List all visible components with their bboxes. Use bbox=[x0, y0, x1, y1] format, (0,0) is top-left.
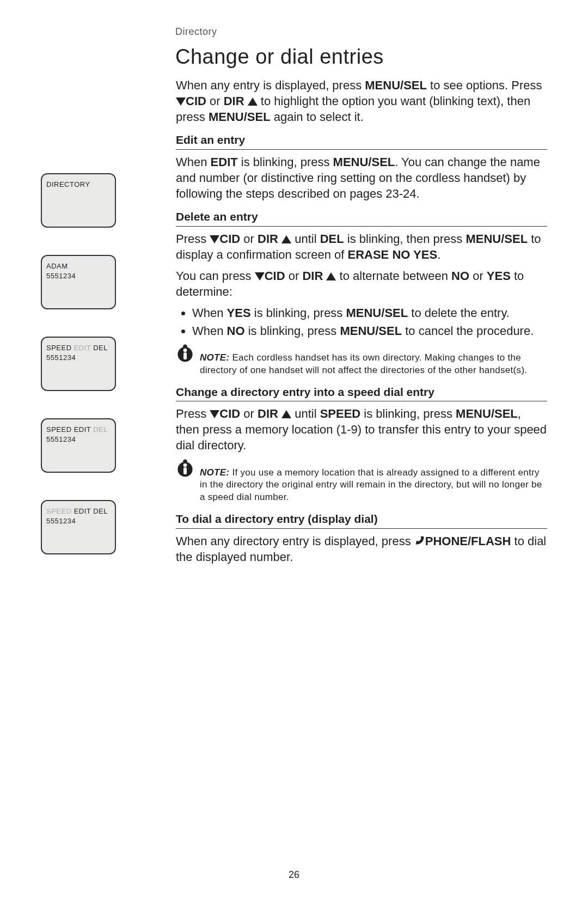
lcd-word-dim: EDIT bbox=[74, 344, 91, 352]
section-heading-edit: Edit an entry bbox=[176, 132, 547, 150]
lcd-speed-edit-del-1: SPEED EDIT DEL 5551234 bbox=[41, 337, 116, 391]
page-number: 26 bbox=[0, 869, 588, 881]
intro-paragraph: When any entry is displayed, press MENU/… bbox=[176, 77, 547, 125]
svg-rect-7 bbox=[183, 467, 187, 474]
lcd-word: SPEED bbox=[46, 344, 72, 352]
lcd-word-dim: SPEED bbox=[46, 507, 72, 515]
lcd-word: DEL bbox=[93, 344, 108, 352]
svg-rect-3 bbox=[183, 352, 187, 359]
lcd-line: 5551234 bbox=[46, 353, 111, 363]
lcd-word: EDIT bbox=[74, 507, 91, 515]
list-item: When YES is blinking, press MENU/SEL to … bbox=[192, 305, 547, 321]
lcd-adam: ADAM 5551234 bbox=[41, 255, 116, 309]
triangle-up-icon bbox=[326, 272, 336, 280]
triangle-down-icon bbox=[176, 97, 186, 106]
page-title: Change or dial entries bbox=[175, 45, 547, 69]
lcd-word: SPEED bbox=[46, 425, 72, 434]
triangle-down-icon bbox=[255, 272, 265, 280]
lcd-line: SPEED EDIT DEL bbox=[46, 507, 111, 516]
breadcrumb: Directory bbox=[175, 26, 547, 38]
note-text: NOTE: If you use a memory location that … bbox=[200, 459, 547, 504]
note-text: NOTE: Each cordless handset has its own … bbox=[200, 344, 547, 377]
edit-paragraph: When EDIT is blinking, press MENU/SEL. Y… bbox=[176, 154, 547, 202]
delete-paragraph-1: Press CID or DIR until DEL is blinking, … bbox=[176, 231, 547, 263]
lcd-word: DEL bbox=[93, 507, 108, 515]
delete-paragraph-2: You can press CID or DIR to alternate be… bbox=[176, 268, 547, 300]
sidebar: DIRECTORY ADAM 5551234 SPEED EDIT DEL 55… bbox=[41, 77, 161, 582]
lcd-speed-edit-del-3: SPEED EDIT DEL 5551234 bbox=[41, 500, 116, 554]
lcd-line: 5551234 bbox=[46, 516, 111, 526]
lcd-line: 5551234 bbox=[46, 435, 111, 444]
dial-paragraph: When any directory entry is displayed, p… bbox=[176, 533, 547, 565]
lcd-speed-edit-del-2: SPEED EDIT DEL 5551234 bbox=[41, 418, 116, 473]
lcd-word-dim: DEL bbox=[93, 425, 108, 434]
triangle-up-icon bbox=[248, 97, 258, 106]
list-item: When NO is blinking, press MENU/SEL to c… bbox=[192, 323, 547, 339]
main-content: When any entry is displayed, press MENU/… bbox=[176, 77, 547, 582]
info-icon bbox=[176, 344, 194, 363]
section-heading-speed: Change a directory entry into a speed di… bbox=[176, 385, 547, 402]
lcd-directory: DIRECTORY bbox=[41, 173, 116, 228]
svg-point-1 bbox=[183, 348, 187, 352]
lcd-line: 5551234 bbox=[46, 271, 111, 281]
lcd-line: SPEED EDIT DEL bbox=[46, 425, 111, 435]
svg-point-6 bbox=[183, 459, 187, 463]
lcd-line: ADAM bbox=[46, 261, 111, 271]
section-heading-dial: To dial a directory entry (display dial) bbox=[176, 511, 547, 529]
info-icon bbox=[176, 459, 194, 478]
lcd-line: SPEED EDIT DEL bbox=[46, 343, 111, 353]
lcd-word: EDIT bbox=[74, 425, 91, 434]
delete-list: When YES is blinking, press MENU/SEL to … bbox=[192, 305, 547, 339]
note-2: NOTE: If you use a memory location that … bbox=[176, 459, 547, 504]
note-1: NOTE: Each cordless handset has its own … bbox=[176, 344, 547, 377]
triangle-down-icon bbox=[210, 410, 219, 418]
lcd-line: DIRECTORY bbox=[46, 180, 111, 190]
speed-paragraph: Press CID or DIR until SPEED is blinking… bbox=[176, 406, 547, 453]
svg-point-5 bbox=[183, 463, 187, 467]
svg-point-2 bbox=[183, 344, 187, 349]
triangle-down-icon bbox=[210, 235, 219, 243]
triangle-up-icon bbox=[281, 410, 291, 418]
section-heading-delete: Delete an entry bbox=[176, 209, 547, 227]
triangle-up-icon bbox=[281, 235, 291, 243]
phone-icon bbox=[414, 535, 425, 546]
